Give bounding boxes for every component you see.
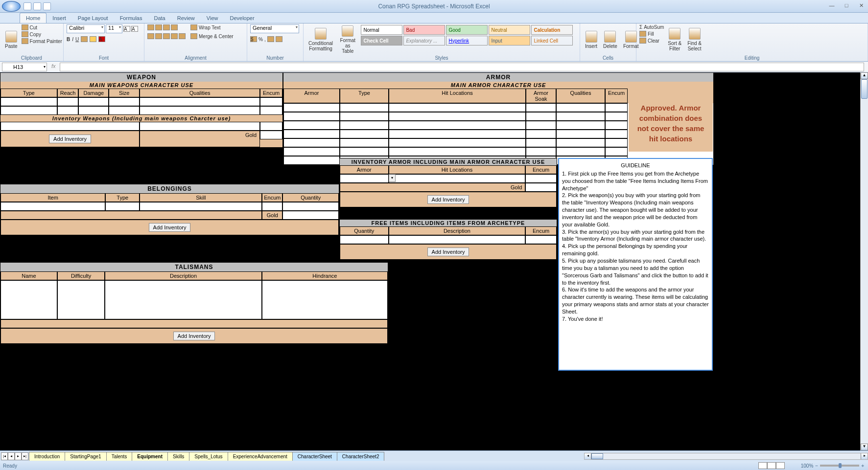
- tab-nav-next-icon[interactable]: ▸: [15, 452, 22, 460]
- scroll-up-icon[interactable]: ▲: [861, 72, 868, 79]
- tab-page-layout[interactable]: Page Layout: [72, 13, 114, 23]
- close-icon[interactable]: ✕: [856, 2, 866, 10]
- view-page-layout-icon[interactable]: [767, 462, 776, 469]
- paste-button[interactable]: Paste: [3, 24, 20, 55]
- align-middle-icon[interactable]: [155, 24, 162, 30]
- tab-nav-first-icon[interactable]: |◂: [1, 452, 8, 460]
- sheet-tab-experience[interactable]: ExperienceAdvancement: [228, 452, 293, 461]
- tab-nav-prev-icon[interactable]: ◂: [8, 452, 15, 460]
- tab-insert[interactable]: Insert: [47, 13, 72, 23]
- style-bad[interactable]: Bad: [403, 25, 445, 35]
- tab-review[interactable]: Review: [171, 13, 201, 23]
- tab-developer[interactable]: Developer: [224, 13, 260, 23]
- horizontal-scrollbar[interactable]: ◂ ▸: [584, 453, 868, 460]
- tab-data[interactable]: Data: [148, 13, 171, 23]
- font-name-combo[interactable]: Calibri: [67, 24, 105, 33]
- sheet-tab-spells-lotus[interactable]: Spells_Lotus: [189, 452, 228, 461]
- formula-input[interactable]: [60, 63, 864, 71]
- hscroll-left-icon[interactable]: ◂: [585, 453, 591, 459]
- qat-save-icon[interactable]: [23, 2, 31, 10]
- view-page-break-icon[interactable]: [776, 462, 785, 469]
- office-button[interactable]: [2, 1, 21, 12]
- percent-icon[interactable]: %: [258, 36, 263, 42]
- hscroll-right-icon[interactable]: ▸: [861, 453, 868, 459]
- weapon-add-inventory-button[interactable]: Add Inventory: [49, 134, 91, 143]
- tab-formulas[interactable]: Formulas: [114, 13, 148, 23]
- zoom-in-icon[interactable]: +: [861, 463, 864, 469]
- zoom-slider[interactable]: [820, 465, 859, 467]
- align-bottom-icon[interactable]: [163, 24, 170, 30]
- underline-button[interactable]: U: [75, 36, 79, 42]
- scroll-down-icon[interactable]: ▼: [861, 444, 868, 450]
- currency-icon[interactable]: $: [250, 36, 257, 42]
- free-add-button[interactable]: Add Inventory: [427, 247, 469, 256]
- maximize-icon[interactable]: □: [842, 2, 851, 10]
- view-normal-icon[interactable]: [758, 462, 767, 469]
- bold-button[interactable]: B: [67, 36, 70, 42]
- style-neutral[interactable]: Neutral: [489, 25, 530, 35]
- increase-font-icon[interactable]: A: [123, 24, 130, 33]
- tab-home[interactable]: Home: [20, 13, 47, 23]
- increase-decimal-icon[interactable]: [267, 36, 274, 42]
- sheet-tab-introduction[interactable]: Introduction: [29, 452, 65, 461]
- align-right-icon[interactable]: [163, 33, 170, 39]
- font-color-button[interactable]: A: [98, 36, 105, 42]
- clear-button[interactable]: Clear: [639, 38, 664, 44]
- copy-button[interactable]: Copy: [22, 31, 62, 37]
- talis-add-button[interactable]: Add Inventory: [173, 332, 215, 340]
- style-input[interactable]: Input: [489, 36, 530, 45]
- worksheet[interactable]: WEAPON MAIN WEAPONS CHARACTER USE Type R…: [0, 72, 868, 450]
- style-explanatory[interactable]: Explanatory ...: [403, 36, 445, 45]
- minimize-icon[interactable]: —: [827, 2, 837, 10]
- qat-redo-icon[interactable]: [43, 2, 51, 10]
- format-painter-button[interactable]: Format Painter: [22, 38, 62, 44]
- comma-icon[interactable]: ,: [264, 36, 266, 42]
- zoom-out-icon[interactable]: −: [815, 463, 818, 469]
- style-linked-cell[interactable]: Linked Cell: [531, 36, 573, 45]
- decrease-font-icon[interactable]: A: [131, 24, 138, 33]
- tab-nav-last-icon[interactable]: ▸|: [22, 452, 28, 460]
- qat-undo-icon[interactable]: [33, 2, 41, 10]
- number-format-combo[interactable]: General: [250, 24, 299, 33]
- vertical-scrollbar[interactable]: ▲ ▼: [860, 72, 868, 450]
- name-box[interactable]: H13: [2, 63, 47, 71]
- sheet-tab-charactersheet2[interactable]: CharacterSheet2: [337, 452, 385, 461]
- increase-indent-icon[interactable]: [179, 33, 186, 39]
- delete-cells-button[interactable]: Delete: [601, 24, 619, 55]
- sheet-tab-skills[interactable]: Skills: [167, 452, 189, 461]
- sheet-tab-startingpage1[interactable]: StartingPage1: [65, 452, 106, 461]
- sort-filter-button[interactable]: Sort & Filter: [666, 24, 683, 55]
- belong-add-button[interactable]: Add Inventory: [149, 223, 191, 232]
- format-as-table-button[interactable]: Format as Table: [337, 24, 358, 55]
- merge-center-button[interactable]: Merge & Center: [190, 33, 234, 39]
- fill-button[interactable]: Fill: [639, 31, 664, 37]
- sheet-tab-talents[interactable]: Talents: [106, 452, 133, 461]
- tab-view[interactable]: View: [201, 13, 224, 23]
- style-good[interactable]: Good: [446, 25, 488, 35]
- inv-armor-add-button[interactable]: Add Inventory: [427, 195, 469, 204]
- italic-button[interactable]: I: [72, 36, 73, 42]
- sheet-tab-equipment[interactable]: Equipment: [132, 452, 168, 461]
- decrease-decimal-icon[interactable]: [276, 36, 282, 42]
- align-left-icon[interactable]: [147, 33, 154, 39]
- insert-cells-button[interactable]: Insert: [583, 24, 599, 55]
- style-hyperlink[interactable]: Hyperlink: [446, 36, 488, 45]
- border-button[interactable]: [81, 36, 88, 42]
- cut-button[interactable]: Cut: [22, 24, 62, 30]
- orientation-icon[interactable]: [171, 24, 178, 30]
- sheet-tab-charactersheet[interactable]: CharacterSheet: [292, 452, 337, 461]
- wrap-text-button[interactable]: Wrap Text: [190, 24, 234, 30]
- fill-color-button[interactable]: [90, 36, 96, 42]
- align-top-icon[interactable]: [147, 24, 154, 30]
- align-center-icon[interactable]: [155, 33, 162, 39]
- conditional-formatting-button[interactable]: Conditional Formatting: [306, 24, 335, 55]
- style-check-cell[interactable]: Check Cell: [361, 36, 402, 45]
- font-size-combo[interactable]: 11: [106, 24, 122, 33]
- style-normal[interactable]: Normal: [361, 25, 402, 35]
- style-calculation[interactable]: Calculation: [531, 25, 573, 35]
- autosum-button[interactable]: ΣAutoSum: [639, 24, 664, 30]
- scroll-thumb[interactable]: [861, 79, 868, 99]
- inv-armor-dropdown-icon[interactable]: ▾: [389, 174, 396, 182]
- find-select-button[interactable]: Find & Select: [685, 24, 704, 55]
- decrease-indent-icon[interactable]: [171, 33, 178, 39]
